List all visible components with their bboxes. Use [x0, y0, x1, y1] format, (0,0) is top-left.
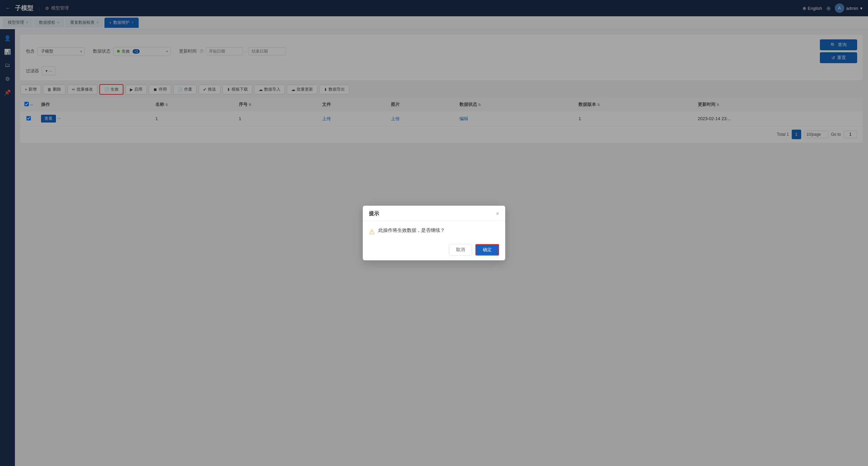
cancel-button[interactable]: 取消 — [449, 244, 472, 256]
dialog-overlay: 提示 × ⚠ 此操作将生效数据，是否继续？ 取消 确定 — [0, 0, 868, 466]
confirm-button[interactable]: 确定 — [475, 244, 499, 256]
dialog-close-button[interactable]: × — [496, 211, 499, 217]
warning-icon: ⚠ — [369, 228, 375, 236]
dialog-message: 此操作将生效数据，是否继续？ — [378, 227, 445, 234]
dialog-footer: 取消 确定 — [363, 241, 505, 260]
dialog-body: ⚠ 此操作将生效数据，是否继续？ — [363, 221, 505, 241]
confirm-dialog: 提示 × ⚠ 此操作将生效数据，是否继续？ 取消 确定 — [363, 206, 505, 260]
dialog-header: 提示 × — [363, 206, 505, 221]
dialog-title: 提示 — [369, 210, 379, 217]
